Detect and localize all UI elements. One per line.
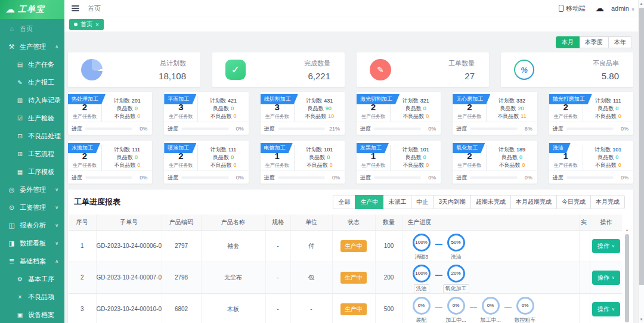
plan-count: 189 [516,146,525,153]
chevron-icon: ∧ [55,259,58,264]
step-connector [435,244,442,245]
chevron-icon: ∧ [55,44,58,49]
sidebar-item-production-inspection[interactable]: ☑ 生产检验 [0,109,64,127]
good-count: 0 [423,154,426,161]
filter-group: 全部生产中未派工中止3天内到期超期未完成本月超期完成今日完成本月完成 [333,195,625,209]
bad-count: 0 [233,113,236,120]
chevron-down-icon: ∨ [612,307,615,312]
sidebar-item-label: 设备档案 [28,310,54,319]
sidebar-item-label: 委外管理 [20,185,46,194]
sidebar-item-data-dashboard[interactable]: ◨ 数据看板 ∨ [0,234,64,252]
scroll-up-icon[interactable]: ▴ [639,1,644,6]
filter-button[interactable]: 今日完成 [556,195,591,209]
cell-product-name: 木板 [201,293,265,323]
filter-button[interactable]: 超期未完成 [470,195,511,209]
process-template-icon: ▦ [16,169,24,175]
progress-step: 20% 氧化加工 [442,265,470,293]
sidebar: ☁ 工单宝 ⌂ 首页 ⚒ 生产管理 ∧ ▤ 生产任务 ✎ 生产报工 ▥ 待入库记… [0,0,64,323]
process-card-title: 氧化加工 [453,143,485,153]
plan-count: 201 [132,97,141,104]
filter-button[interactable]: 全部 [333,195,355,209]
cell-progress: 0% 装配 0% 加工中... 0% 加工中... 0% 数控粗车 [402,293,579,323]
plan-count: 101 [420,146,429,153]
breadcrumb[interactable]: 首页 [88,4,101,13]
stat-card: ✓ 完成数量 6,221 [212,52,345,87]
process-card: 线切割加工 3 生产任务数 计划数431 良品数90 不良品数10 进度 21% [261,92,345,135]
filter-button[interactable]: 本月超期完成 [510,195,557,209]
sidebar-item-process-flow[interactable]: ⊞ 工艺流程 [0,145,64,163]
stat-card: 总计划数 18,108 [68,52,200,87]
progress-percent: 0% [232,126,244,132]
process-card-title: 喷涂加工 [164,143,196,153]
stat-value: 6,221 [304,71,330,81]
sidebar-item-home[interactable]: ⌂ 首页 [0,20,64,38]
progress-percent: 6% [521,126,532,132]
sidebar-item-salary-management[interactable]: ⊙ 工资管理 ∨ [0,198,64,216]
process-card-title: 线切割加工 [261,94,298,104]
sidebar-item-production-management[interactable]: ⚒ 生产管理 ∧ [0,38,64,55]
sidebar-item-outsourcing-management[interactable]: ◎ 委外管理 ∨ [0,181,64,198]
time-range-button[interactable]: 本季度 [579,36,609,48]
progress-step: 0% 加工中... [477,297,504,323]
page-scrollbar-thumb[interactable] [639,8,644,285]
sidebar-item-report-analysis[interactable]: ◫ 报表分析 ∨ [0,216,64,234]
sidebar-item-pending-inbound-record[interactable]: ▥ 待入库记录 [0,91,64,109]
cell-progress: 100% 洗油 20% 氧化加工 [402,262,579,293]
task-count-label: 生产任务数 [164,162,197,169]
sidebar-item-basic-process[interactable]: ⚙ 基本工序 [0,270,64,288]
table-scrollbar-thumb[interactable] [625,234,629,322]
filter-button[interactable]: 未派工 [383,195,411,209]
defect-handling-icon: ⊡ [16,133,24,139]
username: admin [611,5,629,12]
main-area: 首页 移动端 ☁ admin ∨ 首页 × 本月本季度本年 总计划数 [64,0,644,323]
sidebar-item-production-task[interactable]: ▤ 生产任务 [0,55,64,73]
tab-home[interactable]: 首页 × [69,19,104,30]
plan-count: 111 [613,97,621,104]
filter-button[interactable]: 本月完成 [590,195,625,209]
sidebar-item-label: 不良品处理 [28,132,61,141]
process-card-title: 水抛加工 [68,143,100,153]
mobile-label: 移动端 [566,4,586,13]
production-task-icon: ▤ [16,61,24,68]
mobile-link[interactable]: 移动端 [559,4,586,13]
scroll-down-icon[interactable]: ▾ [639,317,644,322]
close-icon[interactable]: × [95,21,99,28]
sidebar-item-defect-items[interactable]: × 不良品项 [0,288,64,306]
sidebar-item-basic-archives[interactable]: ≣ 基础档案 ∧ [0,252,64,270]
progress-label: 进度 [168,174,178,182]
production-management-icon: ⚒ [8,43,16,51]
action-button[interactable]: 操作 ∨ [592,271,620,285]
step-label: 加工中... [445,316,466,323]
progress-percent: 0% [232,175,244,181]
stat-cards: 总计划数 18,108 ✓ 完成数量 6,221 ✎ 工单数量 27 % 不良品… [68,52,633,87]
time-range-button[interactable]: 本月 [556,36,580,48]
plan-count: 431 [324,97,333,104]
time-range-button[interactable]: 本年 [608,36,632,48]
cell-qty: 500 [375,293,402,323]
user-menu[interactable]: admin ∨ [611,5,634,12]
progress-step: 0% 装配 [408,297,435,323]
cell-unit: - [290,293,332,323]
task-count-label: 生产任务数 [261,113,294,120]
sidebar-item-production-report[interactable]: ✎ 生产报工 [0,73,64,91]
scroll-up-icon[interactable]: ▴ [624,228,630,232]
table-row: 3 GD-2023-10-24-00010-01 6802 木板 - - 生产中… [69,293,622,323]
sidebar-item-label: 工序模板 [28,167,54,176]
sidebar-item-equipment-archives[interactable]: ▣ 设备档案 [0,306,64,323]
sidebar-item-process-template[interactable]: ▦ 工序模板 [0,163,64,181]
sidebar-item-defect-handling[interactable]: ⊡ 不良品处理 [0,127,64,145]
process-card-title: 无心磨加工 [453,94,490,104]
filter-button[interactable]: 生产中 [355,195,383,209]
process-card: 水抛加工 2 生产任务数 计划数111 良品数0 不良品数0 进度 0% [68,141,152,184]
column-header: 数量 [375,215,402,230]
menu-toggle-icon[interactable] [70,4,80,13]
filter-button[interactable]: 中止 [411,195,434,209]
action-button[interactable]: 操作 ∨ [592,302,620,316]
action-button[interactable]: 操作 ∨ [592,239,620,253]
stat-label: 工单数量 [448,59,475,68]
table-scrollbar[interactable]: ▴ [624,228,630,323]
data-dashboard-icon: ◨ [8,240,16,247]
page-scrollbar[interactable]: ▴ ▾ [638,0,644,323]
filter-button[interactable]: 3天内到期 [433,195,471,209]
sidebar-item-label: 待入库记录 [28,96,61,105]
